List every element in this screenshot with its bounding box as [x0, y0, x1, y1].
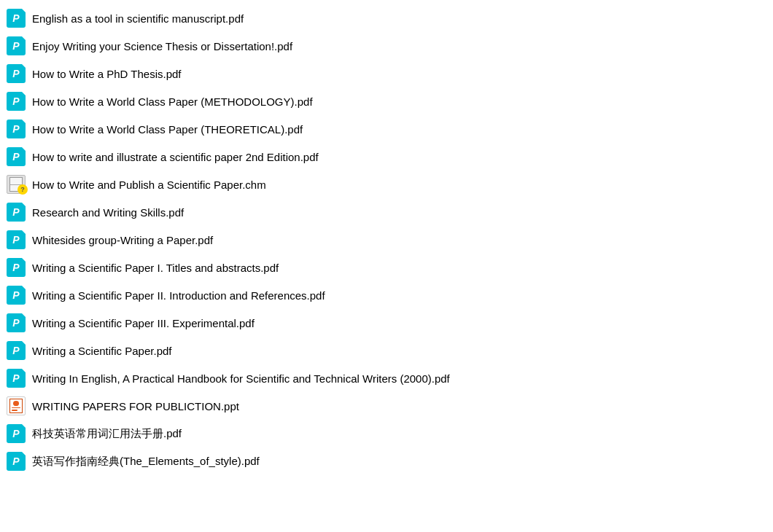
file-name-label: How to Write and Publish a Scientific Pa…	[32, 179, 266, 191]
list-item[interactable]: PResearch and Writing Skills.pdf	[0, 198, 773, 226]
list-item[interactable]: PHow to write and illustrate a scientifi…	[0, 143, 773, 171]
file-name-label: Enjoy Writing your Science Thesis or Dis…	[32, 40, 292, 52]
pdf-icon: P	[6, 340, 26, 361]
pdf-icon: P	[6, 91, 26, 112]
file-name-label: 科技英语常用词汇用法手册.pdf	[32, 427, 182, 441]
pdf-icon: P	[6, 63, 26, 84]
file-name-label: 英语写作指南经典(The_Elements_of_style).pdf	[32, 455, 260, 469]
list-item[interactable]: PWriting a Scientific Paper II. Introduc…	[0, 281, 773, 309]
ppt-icon	[6, 396, 26, 416]
pdf-icon: P	[6, 368, 26, 388]
list-item[interactable]: PHow to Write a World Class Paper (METHO…	[0, 87, 773, 115]
file-name-label: Research and Writing Skills.pdf	[32, 206, 184, 219]
list-item[interactable]: PEnjoy Writing your Science Thesis or Di…	[0, 32, 773, 60]
file-name-label: WRITING PAPERS FOR PUBLICTION.ppt	[32, 400, 239, 412]
file-name-label: How to Write a World Class Paper (THEORE…	[32, 123, 303, 136]
file-name-label: How to Write a World Class Paper (METHOD…	[32, 95, 313, 108]
pdf-icon: P	[6, 36, 26, 56]
pdf-icon: P	[6, 423, 26, 444]
pdf-icon: P	[6, 146, 26, 167]
pdf-icon: P	[6, 451, 26, 472]
pdf-icon: P	[6, 257, 26, 278]
list-item[interactable]: PHow to Write a PhD Thesis.pdf	[0, 60, 773, 87]
list-item[interactable]: PWriting a Scientific Paper III. Experim…	[0, 309, 773, 337]
list-item[interactable]: WRITING PAPERS FOR PUBLICTION.ppt	[0, 392, 773, 420]
list-item[interactable]: PWhitesides group-Writing a Paper.pdf	[0, 226, 773, 254]
list-item[interactable]: PEnglish as a tool in scientific manuscr…	[0, 4, 773, 32]
file-name-label: How to write and illustrate a scientific…	[32, 151, 319, 163]
file-name-label: Writing a Scientific Paper I. Titles and…	[32, 262, 279, 274]
list-item[interactable]: PWriting a Scientific Paper.pdf	[0, 337, 773, 364]
file-name-label: Writing a Scientific Paper II. Introduct…	[32, 289, 325, 302]
pdf-icon: P	[6, 285, 26, 305]
list-item[interactable]: P英语写作指南经典(The_Elements_of_style).pdf	[0, 447, 773, 475]
list-item[interactable]: PWriting a Scientific Paper I. Titles an…	[0, 254, 773, 281]
file-name-label: Whitesides group-Writing a Paper.pdf	[32, 234, 213, 246]
list-item[interactable]: PHow to Write a World Class Paper (THEOR…	[0, 115, 773, 143]
pdf-icon: P	[6, 230, 26, 250]
pdf-icon: P	[6, 313, 26, 333]
pdf-icon: P	[6, 8, 26, 28]
file-name-label: Writing In English, A Practical Handbook…	[32, 372, 450, 385]
file-list: PEnglish as a tool in scientific manuscr…	[0, 0, 773, 480]
list-item[interactable]: ?How to Write and Publish a Scientific P…	[0, 171, 773, 198]
pdf-icon: P	[6, 202, 26, 222]
pdf-icon: P	[6, 119, 26, 139]
file-name-label: Writing a Scientific Paper III. Experime…	[32, 317, 255, 329]
file-name-label: English as a tool in scientific manuscri…	[32, 12, 244, 25]
list-item[interactable]: P科技英语常用词汇用法手册.pdf	[0, 420, 773, 447]
file-name-label: How to Write a PhD Thesis.pdf	[32, 68, 182, 80]
chm-icon: ?	[6, 174, 26, 195]
file-name-label: Writing a Scientific Paper.pdf	[32, 345, 171, 357]
list-item[interactable]: PWriting In English, A Practical Handboo…	[0, 364, 773, 392]
